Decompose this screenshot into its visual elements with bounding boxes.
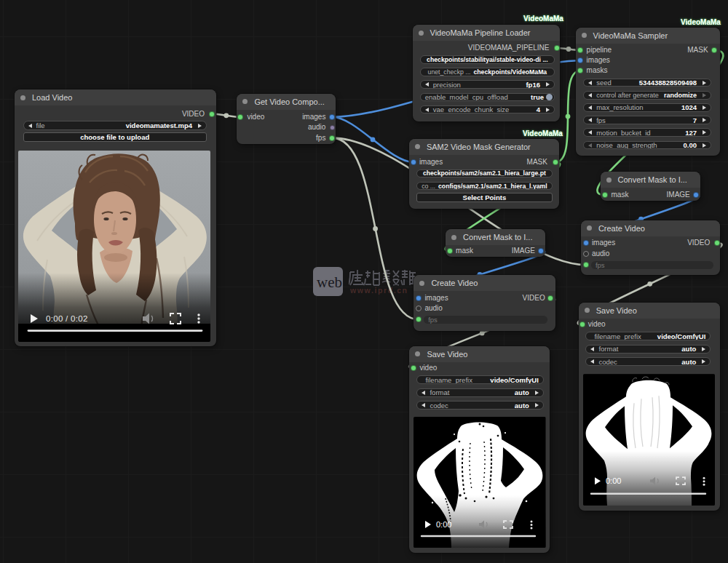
svg-text:0:00: 0:00 [606,476,621,485]
svg-text:0:00: 0:00 [436,520,451,529]
svg-text:0:00 / 0:02: 0:00 / 0:02 [46,314,88,323]
